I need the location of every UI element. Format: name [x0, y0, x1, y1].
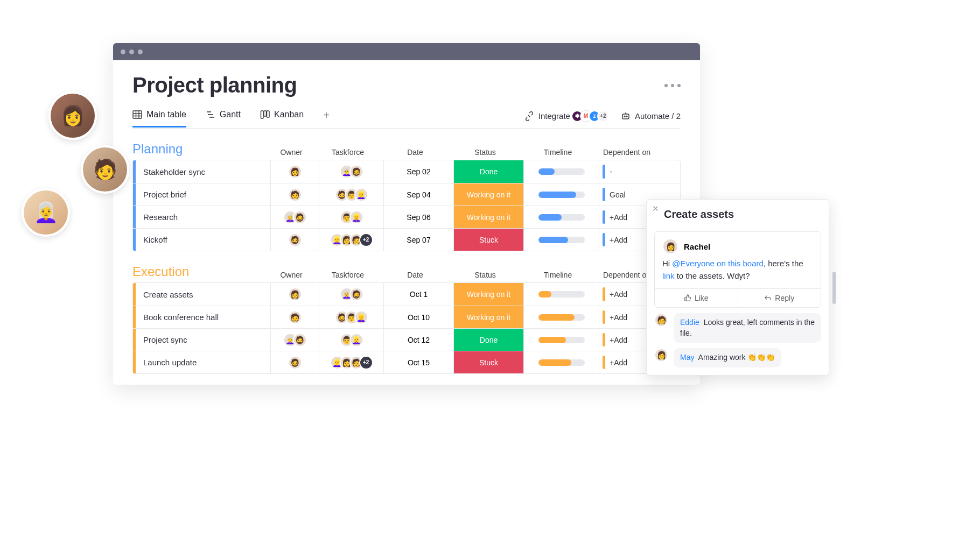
timeline-cell[interactable]: [524, 351, 599, 373]
date-cell[interactable]: Oct 10: [384, 306, 454, 328]
tab-main-table[interactable]: Main table: [132, 110, 186, 128]
taskforce-cell[interactable]: 🧔👨👱‍♀️: [319, 306, 384, 328]
table-row[interactable]: Stakeholder sync👩👩‍🦳🧔Sep 02Done-: [133, 160, 680, 183]
taskforce-cell[interactable]: 👩‍🦳🧔: [319, 160, 384, 183]
timeline-bar: [538, 192, 585, 198]
owner-cell[interactable]: 👩: [271, 160, 319, 183]
asset-link[interactable]: link: [662, 271, 675, 280]
tab-gantt[interactable]: Gantt: [206, 110, 241, 128]
reply-item: 👩May Amazing work 👏👏👏: [654, 348, 821, 367]
reply-author[interactable]: May: [680, 353, 694, 362]
column-header-timeline[interactable]: Timeline: [520, 148, 596, 160]
timeline-cell[interactable]: [524, 329, 599, 351]
date-cell[interactable]: Sep 04: [384, 183, 454, 206]
thumbs-up-icon: [684, 294, 691, 302]
column-header-date[interactable]: Date: [380, 271, 450, 282]
column-header-status[interactable]: Status: [450, 148, 520, 160]
task-name-cell[interactable]: Project sync: [136, 329, 271, 351]
date-cell[interactable]: Sep 02: [384, 160, 454, 183]
group-title[interactable]: Planning: [132, 141, 267, 160]
task-name-cell[interactable]: Kickoff: [136, 229, 271, 251]
table-row[interactable]: Research👩‍🦳🧔👨👱‍♀️Sep 06Working on it+Add: [133, 206, 680, 228]
add-view-button[interactable]: +: [323, 109, 330, 128]
reply-bubble: May Amazing work 👏👏👏: [674, 348, 781, 367]
scrollbar[interactable]: [832, 272, 836, 304]
integrate-button[interactable]: Integrate ✽ M z +2: [524, 110, 609, 122]
status-cell[interactable]: Done: [454, 329, 524, 351]
taskforce-cell[interactable]: 👩‍🦳🧔: [319, 283, 384, 306]
status-badge: Done: [454, 160, 523, 183]
owner-cell[interactable]: 🧔: [271, 229, 319, 251]
table-row[interactable]: Project brief🧑🧔👨👱‍♀️Sep 04Working on itG…: [133, 183, 680, 206]
dep-accent: [603, 188, 605, 201]
table-row[interactable]: Launch update🧔👱‍♀️👩🧑+2Oct 15Stuck+Add: [133, 351, 680, 373]
table-row[interactable]: Kickoff🧔👱‍♀️👩🧑+2Sep 07Stuck+Add: [133, 228, 680, 251]
owner-cell[interactable]: 🧔: [271, 351, 319, 373]
taskforce-cell[interactable]: 👨👱‍♀️: [319, 329, 384, 351]
reply-icon: [764, 294, 772, 302]
task-name-cell[interactable]: Project brief: [136, 183, 271, 206]
reply-button[interactable]: Reply: [738, 289, 821, 307]
table-row[interactable]: Project sync👩‍🦳🧔👨👱‍♀️Oct 12Done+Add: [133, 328, 680, 351]
timeline-cell[interactable]: [524, 306, 599, 328]
status-cell[interactable]: Working on it: [454, 306, 524, 328]
timeline-cell[interactable]: [524, 229, 599, 251]
column-header-dependent[interactable]: Dependent on: [596, 148, 676, 160]
tab-kanban[interactable]: Kanban: [260, 110, 304, 128]
tab-label: Kanban: [274, 110, 304, 119]
column-header-taskforce[interactable]: Taskforce: [316, 271, 380, 282]
column-header-taskforce[interactable]: Taskforce: [316, 148, 380, 160]
owner-cell[interactable]: 🧑: [271, 306, 319, 328]
date-cell[interactable]: Sep 06: [384, 206, 454, 228]
status-cell[interactable]: Working on it: [454, 183, 524, 206]
owner-cell[interactable]: 👩‍🦳🧔: [271, 329, 319, 351]
dep-accent: [603, 287, 605, 301]
owner-cell[interactable]: 🧑: [271, 183, 319, 206]
taskforce-cell[interactable]: 👱‍♀️👩🧑+2: [319, 229, 384, 251]
dep-accent: [603, 233, 605, 246]
dependent-cell[interactable]: -: [599, 160, 680, 183]
taskforce-cell[interactable]: 🧔👨👱‍♀️: [319, 183, 384, 206]
table-row[interactable]: Create assets👩👩‍🦳🧔Oct 1Working on it+Add: [133, 283, 680, 306]
date-cell[interactable]: Oct 12: [384, 329, 454, 351]
reply-author[interactable]: Eddie: [680, 318, 699, 327]
mention-link[interactable]: @Everyone on this board: [672, 259, 764, 268]
owner-cell[interactable]: 👩‍🦳🧔: [271, 206, 319, 228]
timeline-cell[interactable]: [524, 183, 599, 206]
date-cell[interactable]: Sep 07: [384, 229, 454, 251]
status-cell[interactable]: Done: [454, 160, 524, 183]
comment-author: Rachel: [684, 242, 710, 251]
column-header-timeline[interactable]: Timeline: [520, 271, 596, 282]
date-cell[interactable]: Oct 15: [384, 351, 454, 373]
status-cell[interactable]: Working on it: [454, 283, 524, 306]
timeline-cell[interactable]: [524, 160, 599, 183]
board-more-button[interactable]: [664, 84, 681, 87]
status-cell[interactable]: Stuck: [454, 351, 524, 373]
timeline-cell[interactable]: [524, 283, 599, 306]
task-name-cell[interactable]: Launch update: [136, 351, 271, 373]
owner-cell[interactable]: 👩: [271, 283, 319, 306]
status-cell[interactable]: Working on it: [454, 206, 524, 228]
comment-text: to the assets. Wdyt?: [675, 271, 750, 280]
owner-avatar: 🧑: [288, 188, 302, 202]
date-cell[interactable]: Oct 1: [384, 283, 454, 306]
status-cell[interactable]: Stuck: [454, 229, 524, 251]
taskforce-cell[interactable]: 👨👱‍♀️: [319, 206, 384, 228]
group-title[interactable]: Execution: [132, 264, 267, 282]
column-header-owner[interactable]: Owner: [267, 271, 316, 282]
table-row[interactable]: Book conference hall🧑🧔👨👱‍♀️Oct 10Working…: [133, 306, 680, 328]
timeline-cell[interactable]: [524, 206, 599, 228]
taskforce-cell[interactable]: 👱‍♀️👩🧑+2: [319, 351, 384, 373]
task-name-cell[interactable]: Create assets: [136, 283, 271, 306]
like-button[interactable]: Like: [655, 289, 738, 307]
column-header-date[interactable]: Date: [380, 148, 450, 160]
close-panel-button[interactable]: ✕: [652, 204, 659, 214]
svg-line-11: [528, 115, 530, 117]
plug-icon: [524, 111, 534, 121]
task-name-cell[interactable]: Stakeholder sync: [136, 160, 271, 183]
task-name-cell[interactable]: Book conference hall: [136, 306, 271, 328]
column-header-status[interactable]: Status: [450, 271, 520, 282]
automate-button[interactable]: Automate / 2: [621, 111, 681, 121]
task-name-cell[interactable]: Research: [136, 206, 271, 228]
column-header-owner[interactable]: Owner: [267, 148, 316, 160]
